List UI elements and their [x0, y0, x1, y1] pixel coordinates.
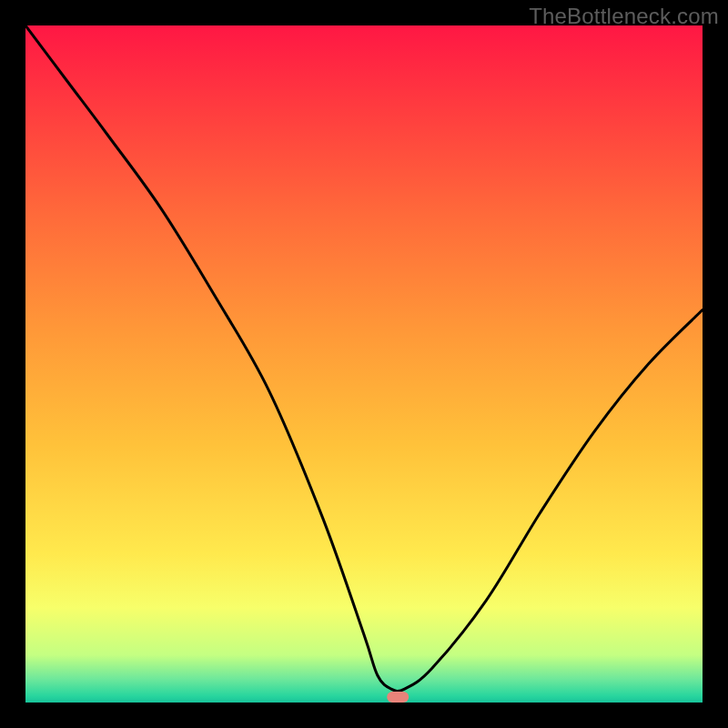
watermark-text: TheBottleneck.com [529, 4, 719, 29]
plot-area [25, 25, 703, 703]
chart-svg [25, 25, 703, 703]
optimal-marker [387, 692, 409, 703]
gradient-rect [25, 25, 703, 703]
chart-frame: TheBottleneck.com [0, 0, 728, 728]
